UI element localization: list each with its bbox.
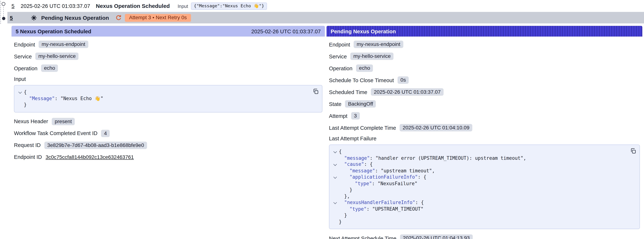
event-detail-panels: 5 Nexus Operation Scheduled 2025-02-26 U… bbox=[12, 26, 642, 239]
chevron-down-icon[interactable] bbox=[333, 201, 337, 204]
code-text: "message": "upstream timeout", bbox=[339, 168, 435, 174]
field-value-badge: my-nexus-endpoint bbox=[39, 41, 88, 48]
pending-panel-header: Pending Nexus Operation bbox=[326, 26, 642, 36]
history-row-pending[interactable]: 5 Pending Nexus Operation Attempt 3 • Ne… bbox=[7, 12, 644, 24]
code-line: { bbox=[331, 148, 628, 155]
timeline-guide-line bbox=[0, 1, 1, 24]
scheduled-fields-top: Endpointmy-nexus-endpointServicemy-hello… bbox=[14, 40, 322, 72]
field-value-badge: my-hello-service bbox=[350, 52, 394, 60]
code-gutter bbox=[331, 148, 339, 152]
failure-json-viewer: {"message": "handler error (UPSTREAM_TIM… bbox=[329, 144, 640, 229]
input-json-viewer: {"Message": "Nexus Echo 👋"} bbox=[14, 85, 322, 112]
code-text: } bbox=[339, 187, 352, 193]
code-text: }, bbox=[339, 193, 350, 200]
retry-circular-arrow-icon bbox=[116, 15, 122, 21]
field-label: Request ID bbox=[14, 142, 41, 148]
scheduled-panel-timestamp: 2025-02-26 UTC 01:03:37.07 bbox=[251, 28, 321, 34]
code-text: "cause": { bbox=[339, 162, 373, 168]
field-row: Nexus Headerpresent bbox=[14, 117, 322, 126]
circle-outline-icon bbox=[2, 2, 5, 6]
field-label: Endpoint bbox=[14, 41, 35, 48]
field-row: Endpoint ID3c0c75ccfa8144b092c13ce632463… bbox=[14, 153, 322, 161]
field-label: Endpoint bbox=[329, 41, 350, 48]
field-value-badge: 2025-02-26 UTC 01:03:37.07 bbox=[371, 88, 443, 96]
field-label: Operation bbox=[14, 65, 37, 71]
field-row: Operationecho bbox=[14, 64, 322, 72]
chevron-down-icon[interactable] bbox=[333, 150, 337, 153]
code-line: "applicationFailureInfo": { bbox=[331, 174, 628, 180]
field-value-badge: 3 bbox=[351, 112, 360, 120]
chevron-down-icon[interactable] bbox=[333, 162, 337, 166]
field-value-badge: 3e829b7e-7d67-4b08-aad3-b1e868bfe9e0 bbox=[44, 142, 147, 149]
field-label: Service bbox=[329, 53, 347, 60]
next-attempt-schedule-row: Next Attempt Schedule Time 2025-02-26 UT… bbox=[329, 234, 640, 239]
field-value-badge: echo bbox=[41, 64, 58, 72]
field-value-badge: echo bbox=[356, 64, 373, 72]
field-label: Scheduled Time bbox=[329, 89, 367, 95]
field-label: Operation bbox=[329, 65, 352, 71]
code-line: "message": "handler error (UPSTREAM_TIME… bbox=[331, 155, 628, 162]
event-timeline-rail bbox=[0, 0, 9, 26]
field-label: Next Attempt Schedule Time bbox=[329, 235, 396, 239]
field-value-badge: 2025-02-26 UTC 01:04:13.93 bbox=[400, 234, 472, 239]
code-line: } bbox=[16, 102, 311, 108]
field-value-badge: 2025-02-26 UTC 01:04:10.09 bbox=[400, 124, 472, 132]
scheduled-panel-title: 5 Nexus Operation Scheduled bbox=[16, 28, 91, 34]
code-line: }, bbox=[331, 193, 628, 200]
code-text: } bbox=[24, 102, 27, 108]
attempt-retry-badge: Attempt 3 • Next Retry 0s bbox=[125, 14, 191, 22]
field-value-badge: my-hello-service bbox=[36, 52, 79, 60]
code-line: "type": "UPSTREAM_TIMEOUT" bbox=[331, 206, 628, 212]
history-row-scheduled[interactable]: 5 2025-02-26 UTC 01:03:37.07 Nexus Opera… bbox=[0, 0, 644, 12]
code-text: { bbox=[24, 89, 27, 96]
last-attempt-failure-label: Last Attempt Failure bbox=[329, 136, 640, 142]
code-text: "Message": "Nexus Echo 👋" bbox=[24, 96, 103, 102]
field-label: Schedule To Close Timeout bbox=[329, 77, 394, 83]
copy-icon[interactable] bbox=[630, 147, 636, 154]
code-line: { bbox=[16, 89, 311, 96]
event-history-view: 5 2025-02-26 UTC 01:03:37.07 Nexus Opera… bbox=[0, 0, 644, 239]
code-line: } bbox=[331, 219, 628, 225]
event-timestamp: 2025-02-26 UTC 01:03:37.07 bbox=[21, 3, 90, 9]
code-text: { bbox=[339, 148, 342, 155]
field-label: State bbox=[329, 101, 342, 107]
code-text: "nexusHandlerFailureInfo": { bbox=[339, 200, 424, 206]
code-gutter bbox=[16, 89, 24, 93]
code-line: "message": "upstream timeout", bbox=[331, 168, 628, 174]
dot-icon bbox=[2, 17, 5, 20]
code-line: "nexusHandlerFailureInfo": { bbox=[331, 200, 628, 206]
code-text: } bbox=[339, 219, 342, 225]
field-value-link[interactable]: 3c0c75ccfa8144b092c13ce632463761 bbox=[46, 154, 134, 160]
code-line: "Message": "Nexus Echo 👋" bbox=[16, 96, 311, 102]
code-text: } bbox=[339, 212, 347, 219]
field-row: Workflow Task Completed Event ID4 bbox=[14, 129, 322, 138]
field-label: Endpoint ID bbox=[14, 154, 42, 160]
code-line: "cause": { bbox=[331, 162, 628, 168]
field-row: Last Attempt Complete Time2025-02-26 UTC… bbox=[329, 124, 640, 132]
input-section-label: Input bbox=[14, 76, 322, 82]
input-preview-chip: {"Message":"Nexus Echo 👋"} bbox=[191, 2, 267, 10]
field-row: Servicemy-hello-service bbox=[14, 52, 322, 60]
asterisk-icon bbox=[31, 15, 37, 21]
copy-icon[interactable] bbox=[312, 88, 319, 95]
code-gutter bbox=[331, 174, 339, 178]
input-label: Input bbox=[178, 4, 188, 8]
field-row: StateBackingOff bbox=[329, 100, 640, 108]
code-text: "type": "UPSTREAM_TIMEOUT" bbox=[339, 206, 424, 212]
field-row: Endpointmy-nexus-endpoint bbox=[329, 40, 640, 48]
event-title: Nexus Operation Scheduled bbox=[96, 3, 170, 9]
chevron-down-icon[interactable] bbox=[333, 175, 337, 178]
field-row: Schedule To Close Timeout0s bbox=[329, 76, 640, 84]
field-label: Service bbox=[14, 53, 32, 60]
field-label: Attempt bbox=[329, 113, 348, 119]
code-gutter bbox=[331, 162, 339, 166]
timeline-connector-line bbox=[3, 6, 4, 16]
chevron-down-icon[interactable] bbox=[18, 90, 22, 94]
event-id-link[interactable]: 5 bbox=[12, 3, 14, 9]
code-text: "applicationFailureInfo": { bbox=[339, 174, 426, 180]
code-gutter bbox=[331, 200, 339, 204]
field-row: Endpointmy-nexus-endpoint bbox=[14, 40, 322, 48]
event-id-link[interactable]: 5 bbox=[10, 15, 13, 21]
field-row: Attempt3 bbox=[329, 112, 640, 120]
code-text: "message": "handler error (UPSTREAM_TIME… bbox=[339, 155, 526, 162]
